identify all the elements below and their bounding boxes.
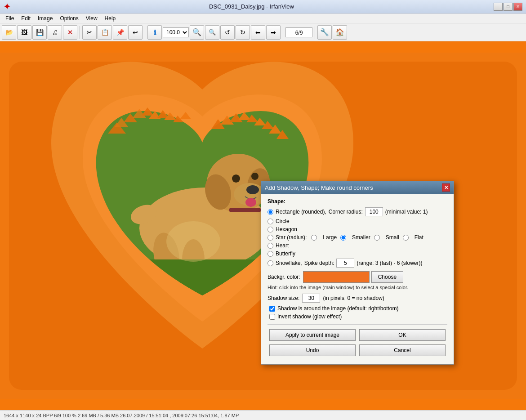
- apply-button[interactable]: Apply to current image: [269, 329, 356, 341]
- bg-color-label: Backgr. color:: [267, 274, 300, 280]
- invert-shadow-checkbox[interactable]: [269, 314, 275, 320]
- home-button[interactable]: 🏠: [333, 25, 347, 40]
- menu-options[interactable]: Options: [56, 14, 82, 22]
- app-logo: ✦: [4, 2, 10, 12]
- star-small-radio[interactable]: [374, 235, 380, 241]
- zoom-select[interactable]: 100.0 50.0 200.0 Fit: [163, 27, 189, 37]
- save-for-web-button[interactable]: 🖼: [17, 25, 31, 40]
- star-large-radio[interactable]: [311, 235, 317, 241]
- close-file-button[interactable]: ✕: [63, 25, 77, 40]
- settings-button[interactable]: 🔧: [317, 25, 332, 40]
- svg-point-11: [245, 198, 256, 207]
- main-image-area[interactable]: Add Shadow, Shape; Make round corners ✕ …: [0, 41, 526, 410]
- window-title: DSC_0931_Daisy.jpg - IrfanView: [10, 3, 493, 10]
- separator-4: [315, 26, 315, 39]
- status-bar: 1644 x 1140 x 24 BPP 6/9 100 % 2.69 MB /…: [0, 410, 526, 420]
- shadow-size-input[interactable]: [302, 294, 320, 303]
- spike-depth-input[interactable]: [336, 259, 354, 268]
- window-close-button[interactable]: ✕: [513, 3, 522, 11]
- dialog-title-text: Add Shadow, Shape; Make round corners: [265, 184, 373, 191]
- menu-view[interactable]: View: [82, 14, 101, 22]
- bg-color-swatch[interactable]: [303, 271, 370, 283]
- window-controls: — □ ✕: [493, 3, 522, 11]
- shape-heart-label: Heart: [276, 242, 289, 249]
- save-button[interactable]: 💾: [32, 25, 47, 40]
- svg-point-10: [251, 173, 259, 180]
- dialog-title-bar: Add Shadow, Shape; Make round corners ✕: [261, 181, 454, 194]
- next-button[interactable]: ➡: [266, 25, 281, 40]
- separator-2: [145, 26, 145, 39]
- shape-hexagon-radio[interactable]: [267, 227, 273, 232]
- open-button[interactable]: 📂: [2, 25, 16, 40]
- shadow-around-checkbox[interactable]: [269, 306, 275, 312]
- zoom-out-button[interactable]: 🔍: [205, 25, 219, 40]
- maximize-button[interactable]: □: [504, 3, 513, 11]
- shape-circle-label: Circle: [276, 218, 290, 224]
- shape-butterfly-label: Butterfly: [276, 250, 295, 257]
- minimize-button[interactable]: —: [494, 3, 503, 11]
- prev-button[interactable]: ⬅: [251, 25, 265, 40]
- shape-heart-row: Heart: [267, 242, 447, 249]
- shape-rectangle-radio[interactable]: [267, 209, 273, 215]
- shape-hexagon-label: Hexagon: [276, 226, 297, 232]
- paste-button[interactable]: 📌: [113, 25, 127, 40]
- shape-star-label: Star (radius):: [276, 234, 307, 241]
- menu-bar: File Edit Image Options View Help: [0, 13, 526, 23]
- undo-button[interactable]: ↩: [128, 25, 143, 40]
- shape-star-row: Star (radius): Large Smaller Small Flat: [267, 234, 447, 241]
- copy-button[interactable]: 📋: [98, 25, 112, 40]
- corner-radius-input[interactable]: [365, 207, 383, 216]
- shape-star-radio[interactable]: [267, 235, 273, 241]
- star-options: Large Smaller Small Flat: [311, 234, 423, 241]
- hint-text: Hint: click into the image (main window)…: [267, 285, 447, 290]
- cancel-button[interactable]: Cancel: [359, 344, 446, 356]
- shape-heart-radio[interactable]: [267, 243, 273, 249]
- shape-rectangle-label: Rectangle (rounded),: [276, 209, 326, 215]
- menu-image[interactable]: Image: [34, 14, 56, 22]
- shadow-around-row: Shadow is around the image (default: rig…: [269, 305, 447, 312]
- invert-shadow-row: Invert shadow (glow effect): [269, 313, 447, 320]
- print-button[interactable]: 🖨: [48, 25, 62, 40]
- menu-file[interactable]: File: [2, 14, 18, 22]
- dialog-divider-1: [267, 324, 447, 325]
- shape-butterfly-radio[interactable]: [267, 251, 273, 257]
- corner-radius-label: Corner radius:: [329, 209, 363, 215]
- invert-shadow-label: Invert shadow (glow effect): [277, 313, 342, 320]
- ok-button[interactable]: OK: [359, 329, 446, 341]
- shape-butterfly-row: Butterfly: [267, 250, 447, 257]
- info-button[interactable]: ℹ: [147, 25, 162, 40]
- dialog-close-button[interactable]: ✕: [442, 183, 450, 192]
- svg-point-17: [166, 221, 220, 262]
- shape-label: Shape:: [267, 198, 447, 205]
- bg-color-row: Backgr. color: Choose: [267, 271, 447, 283]
- page-counter: 6/9: [285, 27, 312, 37]
- svg-point-8: [246, 185, 259, 194]
- rotate-right-button[interactable]: ↻: [236, 25, 250, 40]
- menu-help[interactable]: Help: [101, 14, 120, 22]
- spike-depth-label: Spike depth:: [304, 260, 334, 266]
- shape-hexagon-row: Hexagon: [267, 226, 447, 232]
- shape-circle-row: Circle: [267, 218, 447, 224]
- shadow-size-hint: (in pixels, 0 = no shadow): [323, 295, 384, 301]
- dialog-body: Shape: Rectangle (rounded), Corner radiu…: [261, 194, 454, 364]
- shape-snowflake-label: Snowflake,: [276, 260, 302, 266]
- cut-button[interactable]: ✂: [82, 25, 97, 40]
- menu-edit[interactable]: Edit: [18, 14, 34, 22]
- zoom-in-button[interactable]: 🔍: [190, 25, 204, 40]
- star-flat-radio[interactable]: [403, 235, 409, 241]
- shape-snowflake-row: Snowflake, Spike depth: (range: 3 (fast)…: [267, 259, 447, 268]
- status-text: 1644 x 1140 x 24 BPP 6/9 100 % 2.69 MB /…: [4, 413, 239, 418]
- rotate-left-button[interactable]: ↺: [220, 25, 235, 40]
- corner-radius-hint: (minimal value: 1): [385, 209, 428, 215]
- undo-button[interactable]: Undo: [269, 344, 356, 356]
- shadow-around-label: Shadow is around the image (default: rig…: [277, 305, 398, 312]
- svg-rect-12: [229, 208, 261, 212]
- choose-color-button[interactable]: Choose: [371, 271, 403, 283]
- shape-circle-radio[interactable]: [267, 219, 273, 224]
- star-smaller-radio[interactable]: [340, 235, 346, 241]
- dialog-buttons-row-2: Undo Cancel: [267, 344, 447, 356]
- shape-snowflake-radio[interactable]: [267, 260, 273, 266]
- spike-depth-hint: (range: 3 (fast) - 6 (slower)): [357, 260, 422, 266]
- toolbar: 📂 🖼 💾 🖨 ✕ ✂ 📋 📌 ↩ ℹ 100.0 50.0 200.0 Fit…: [0, 23, 526, 41]
- shadow-size-row: Shadow size: (in pixels, 0 = no shadow): [267, 294, 447, 303]
